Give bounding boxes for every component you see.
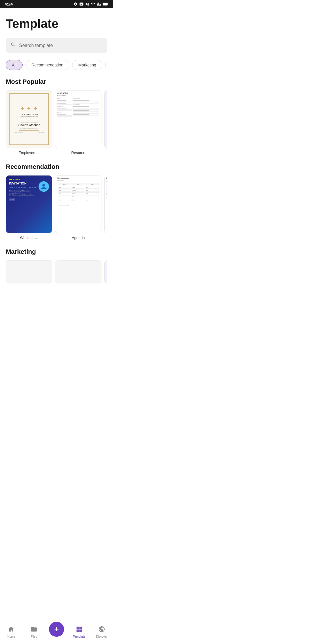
template-thumb-mktg1 xyxy=(6,260,52,283)
template-thumb-mktg2 xyxy=(55,260,101,283)
battery-icon xyxy=(103,2,108,6)
status-bar: 4:24 xyxy=(0,0,113,8)
template-thumb-minutes: [Meeting name] meeting minutes Discussio… xyxy=(104,175,107,233)
template-label-employee: Employee ... xyxy=(6,151,52,155)
template-card-mktg1[interactable] xyxy=(6,260,52,286)
section-title-marketing: Marketing xyxy=(6,248,107,256)
search-input[interactable] xyxy=(19,43,103,48)
filter-chips: All Recommendation Marketing Education xyxy=(6,60,107,70)
template-label-meeting-agenda: Agenda xyxy=(55,236,101,240)
mute-icon xyxy=(85,2,89,6)
filter-chip-all[interactable]: All xyxy=(6,60,23,70)
template-row-recommendation: WEBINAR INVITATION June 11, 2021, Friday… xyxy=(6,175,107,240)
search-bar[interactable] xyxy=(6,38,107,53)
template-label-agenda: Agenda xyxy=(104,151,107,155)
template-label-resume: Resume xyxy=(55,151,101,155)
template-thumb-agenda: Meeting name Agenda Items: Item & Time ·… xyxy=(104,90,107,148)
template-card-meeting-agenda[interactable]: Meeting name Agenda Items ItemTimePerson… xyxy=(55,175,101,240)
filter-chip-education[interactable]: Education xyxy=(105,60,107,70)
template-thumb-webinar: WEBINAR INVITATION June 11, 2021, Friday… xyxy=(6,175,52,233)
settings-icon xyxy=(74,2,78,6)
svg-rect-1 xyxy=(103,3,107,5)
template-row-popular: ✦ ✦ ✦ CERTIFICATE Employee of the Month … xyxy=(6,90,107,155)
webinar-avatar xyxy=(39,181,49,192)
template-thumb-resume: YOUR NAME Your position INFO EXPERTISE xyxy=(55,90,101,148)
photo-icon xyxy=(79,2,83,6)
template-thumb-meeting-agenda: Meeting name Agenda Items ItemTimePerson… xyxy=(55,175,101,233)
template-row-marketing xyxy=(6,260,107,286)
wifi-icon xyxy=(91,2,95,6)
template-card-mktg3[interactable] xyxy=(104,260,107,286)
template-card-resume[interactable]: YOUR NAME Your position INFO EXPERTISE xyxy=(55,90,101,155)
template-thumb-mktg3 xyxy=(104,260,107,283)
template-label-webinar: Webinar ... xyxy=(6,236,52,240)
signal-icon xyxy=(97,2,101,6)
template-card-minutes[interactable]: [Meeting name] meeting minutes Discussio… xyxy=(104,175,107,240)
section-title-recommendation: Recommendation xyxy=(6,163,107,171)
filter-chip-recommendation[interactable]: Recommendation xyxy=(26,60,70,70)
search-icon xyxy=(10,42,16,49)
filter-chip-marketing[interactable]: Marketing xyxy=(72,60,102,70)
page-title: Template xyxy=(6,17,107,31)
section-title-popular: Most Popular xyxy=(6,78,107,86)
svg-rect-2 xyxy=(108,3,108,4)
template-card-webinar[interactable]: WEBINAR INVITATION June 11, 2021, Friday… xyxy=(6,175,52,240)
template-label-minutes: Meeting Minute... xyxy=(104,236,107,240)
template-thumb-employee: ✦ ✦ ✦ CERTIFICATE Employee of the Month … xyxy=(6,90,52,148)
template-card-employee[interactable]: ✦ ✦ ✦ CERTIFICATE Employee of the Month … xyxy=(6,90,52,155)
main-content: Template All Recommendation Marketing Ed… xyxy=(0,17,113,323)
status-icons xyxy=(74,2,108,6)
template-card-agenda[interactable]: Meeting name Agenda Items: Item & Time ·… xyxy=(104,90,107,155)
status-time: 4:24 xyxy=(5,2,13,6)
template-card-mktg2[interactable] xyxy=(55,260,101,286)
